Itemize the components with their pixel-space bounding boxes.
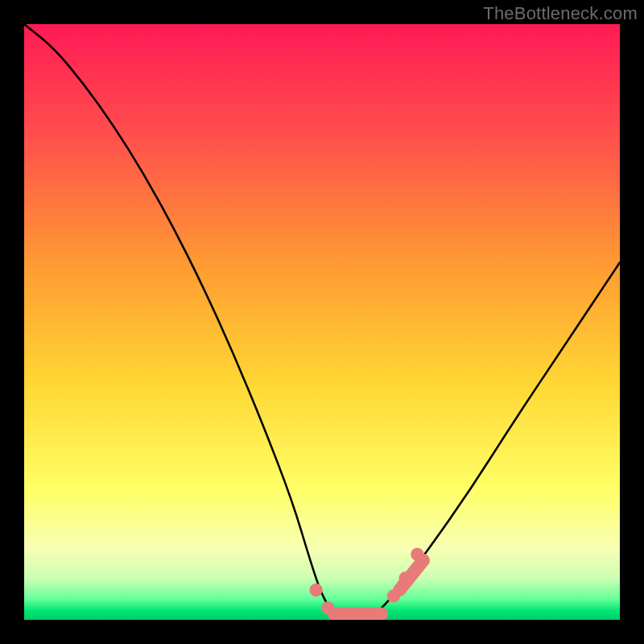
svg-point-1 xyxy=(309,584,322,597)
svg-point-7 xyxy=(387,589,400,602)
watermark-text: TheBottleneck.com xyxy=(483,3,638,24)
svg-point-8 xyxy=(398,572,411,584)
chart-frame: TheBottleneck.com xyxy=(0,0,644,644)
bottleneck-curve xyxy=(24,24,620,620)
plot-area xyxy=(24,24,620,620)
svg-point-2 xyxy=(321,601,334,614)
svg-point-9 xyxy=(411,547,423,560)
svg-point-3 xyxy=(333,607,346,620)
